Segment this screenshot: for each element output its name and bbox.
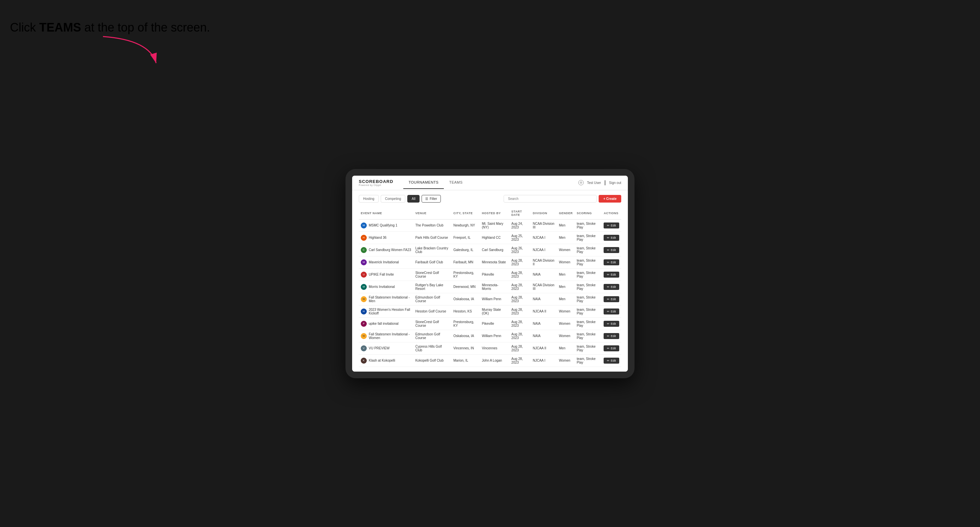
search-input[interactable] bbox=[504, 195, 597, 203]
col-actions: ACTIONS bbox=[601, 207, 621, 219]
event-name-cell: W Fall Statesmen Invitational - Men bbox=[359, 293, 413, 305]
event-name: UPIKE Fall Invite bbox=[369, 273, 394, 276]
edit-button[interactable]: ✏ Edit bbox=[604, 235, 619, 241]
table-row: H 2023 Women's Hesston Fall Kickoff Hess… bbox=[359, 305, 621, 317]
venue-cell: Park Hills Golf Course bbox=[413, 232, 452, 244]
actions-cell: ✏ Edit bbox=[601, 354, 621, 367]
hosted-by-cell: John A Logan bbox=[480, 354, 510, 367]
city-state-cell: Freeport, IL bbox=[452, 232, 480, 244]
edit-button[interactable]: ✏ Edit bbox=[604, 321, 619, 327]
edit-button[interactable]: ✏ Edit bbox=[604, 308, 619, 314]
gender-badge: Men bbox=[559, 285, 565, 289]
gender-badge: Men bbox=[559, 273, 565, 276]
gender-cell: Men bbox=[557, 281, 575, 293]
col-division: DIVISION bbox=[531, 207, 557, 219]
division-cell: NJCAA I bbox=[531, 244, 557, 256]
filter-button[interactable]: ☰ Filter bbox=[422, 195, 441, 203]
arrow-annotation bbox=[83, 33, 183, 73]
hosted-by-cell: Murray State (OK) bbox=[480, 305, 510, 317]
division-cell: NAIA bbox=[531, 268, 557, 281]
nav-link-tournaments[interactable]: TOURNAMENTS bbox=[403, 176, 444, 189]
table-row: H Highland 36 Park Hills Golf Course Fre… bbox=[359, 232, 621, 244]
event-name: MSMC Qualifying 1 bbox=[369, 224, 397, 227]
gender-badge: Women bbox=[559, 310, 570, 313]
venue-cell: Edmundson Golf Course bbox=[413, 330, 452, 342]
gender-cell: Women bbox=[557, 256, 575, 268]
edit-button[interactable]: ✏ Edit bbox=[604, 222, 619, 229]
actions-cell: ✏ Edit bbox=[601, 293, 621, 305]
edit-label: Edit bbox=[611, 248, 616, 252]
venue-cell: The Powelton Club bbox=[413, 219, 452, 232]
city-state-cell: Galesburg, IL bbox=[452, 244, 480, 256]
create-button[interactable]: + Create bbox=[599, 195, 621, 203]
edit-label: Edit bbox=[611, 347, 616, 350]
gender-badge: Men bbox=[559, 297, 565, 301]
venue-cell: Hesston Golf Course bbox=[413, 305, 452, 317]
filter-competing[interactable]: Competing bbox=[381, 195, 405, 203]
pencil-icon: ✏ bbox=[607, 248, 609, 252]
venue-cell: Cypress Hills Golf Club bbox=[413, 342, 452, 354]
team-logo: H bbox=[361, 308, 367, 314]
edit-button[interactable]: ✏ Edit bbox=[604, 247, 619, 253]
start-date-cell: Aug 28, 2023 bbox=[509, 281, 531, 293]
event-name: Fall Statesmen Invitational - Men bbox=[369, 295, 411, 303]
event-name-cell: U UPIKE Fall Invite bbox=[359, 268, 413, 281]
scoring-cell: team, Stroke Play bbox=[575, 342, 601, 354]
nav-separator: | bbox=[604, 179, 606, 186]
edit-button[interactable]: ✏ Edit bbox=[604, 333, 619, 339]
col-gender: GENDER bbox=[557, 207, 575, 219]
table-row: M Maverick Invitational Faribault Golf C… bbox=[359, 256, 621, 268]
scoring-cell: team, Stroke Play bbox=[575, 330, 601, 342]
logo-sub: Powered by Clippit bbox=[359, 184, 393, 186]
event-name: VU PREVIEW bbox=[369, 346, 390, 350]
settings-icon[interactable]: ⚙ bbox=[578, 180, 584, 185]
edit-button[interactable]: ✏ Edit bbox=[604, 284, 619, 290]
edit-button[interactable]: ✏ Edit bbox=[604, 296, 619, 302]
pencil-icon: ✏ bbox=[607, 334, 609, 338]
gender-cell: Women bbox=[557, 354, 575, 367]
scoring-cell: team, Stroke Play bbox=[575, 317, 601, 330]
venue-cell: Kokopelli Golf Club bbox=[413, 354, 452, 367]
nav-signout[interactable]: Sign out bbox=[609, 181, 621, 185]
event-name: upike fall invitational bbox=[369, 322, 399, 325]
gender-cell: Men bbox=[557, 293, 575, 305]
team-logo: P bbox=[361, 321, 367, 327]
gender-badge: Men bbox=[559, 236, 565, 240]
start-date-cell: Aug 28, 2023 bbox=[509, 305, 531, 317]
team-logo: M bbox=[361, 284, 367, 290]
filter-label: Filter bbox=[430, 197, 437, 201]
nav-link-teams[interactable]: TEAMS bbox=[444, 176, 468, 189]
filter-all[interactable]: All bbox=[407, 195, 420, 203]
gender-cell: Women bbox=[557, 244, 575, 256]
scoring-cell: team, Stroke Play bbox=[575, 268, 601, 281]
scoring-cell: team, Stroke Play bbox=[575, 219, 601, 232]
content-area: Hosting Competing All ☰ Filter + Create … bbox=[352, 190, 628, 371]
hosted-by-cell: Carl Sandburg bbox=[480, 244, 510, 256]
actions-cell: ✏ Edit bbox=[601, 305, 621, 317]
event-name: Highland 36 bbox=[369, 236, 387, 240]
gender-cell: Women bbox=[557, 305, 575, 317]
division-cell: NJCAA I bbox=[531, 354, 557, 367]
edit-button[interactable]: ✏ Edit bbox=[604, 271, 619, 278]
start-date-cell: Aug 28, 2023 bbox=[509, 293, 531, 305]
table-row: K Klash at Kokopelli Kokopelli Golf Club… bbox=[359, 354, 621, 367]
event-name-cell: H 2023 Women's Hesston Fall Kickoff bbox=[359, 305, 413, 317]
gender-badge: Women bbox=[559, 248, 570, 252]
event-name: Klash at Kokopelli bbox=[369, 359, 395, 362]
edit-button[interactable]: ✏ Edit bbox=[604, 358, 619, 364]
edit-label: Edit bbox=[611, 334, 616, 338]
filter-hosting[interactable]: Hosting bbox=[359, 195, 379, 203]
gender-cell: Men bbox=[557, 232, 575, 244]
edit-label: Edit bbox=[611, 224, 616, 227]
event-name-cell: M Morris Invitational bbox=[359, 281, 413, 293]
col-city-state: CITY, STATE bbox=[452, 207, 480, 219]
edit-button[interactable]: ✏ Edit bbox=[604, 345, 619, 351]
pencil-icon: ✏ bbox=[607, 322, 609, 325]
city-state-cell: Deerwood, MN bbox=[452, 281, 480, 293]
division-cell: NAIA bbox=[531, 317, 557, 330]
actions-cell: ✏ Edit bbox=[601, 232, 621, 244]
instruction-prefix: Click bbox=[10, 21, 39, 34]
start-date-cell: Aug 28, 2023 bbox=[509, 342, 531, 354]
edit-button[interactable]: ✏ Edit bbox=[604, 259, 619, 265]
pencil-icon: ✏ bbox=[607, 236, 609, 240]
